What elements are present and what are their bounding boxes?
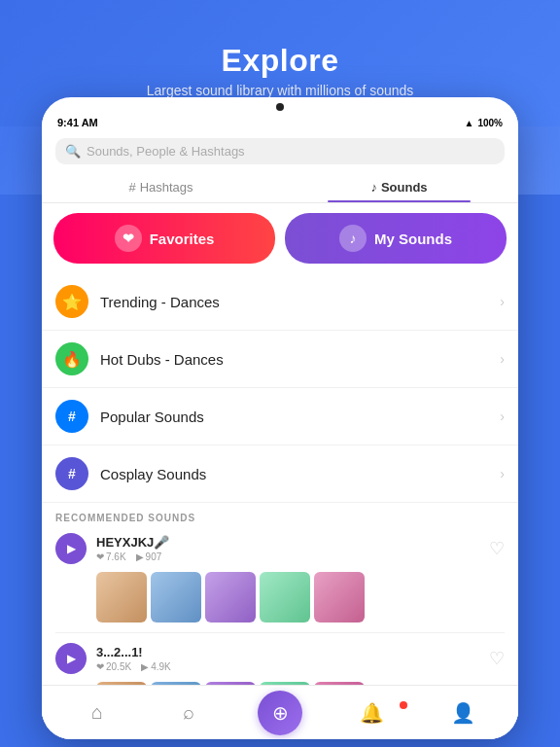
hot-dubs-label: Hot Dubs - Dances xyxy=(100,351,500,368)
tab-sounds[interactable]: ♪ Sounds xyxy=(280,170,518,202)
music-note-icon: ♪ xyxy=(370,180,377,195)
popular-sounds-label: Popular Sounds xyxy=(100,409,500,425)
cosplay-sounds-label: Cosplay Sounds xyxy=(100,466,500,482)
recommended-label: RECOMMENDED SOUNDS xyxy=(55,513,505,523)
chevron-right-icon: › xyxy=(500,409,505,424)
bottom-nav: ⌂ ⌕ ⊕ 🔔 👤 xyxy=(42,685,518,739)
search-nav-icon: ⌕ xyxy=(183,701,194,724)
search-bar-wrap: 🔍 Sounds, People & Hashtags xyxy=(42,132,518,170)
sound-card: ▶ HEYXJKJ🎤 ❤ 7.6K ▶ 907 ♡ xyxy=(55,533,505,633)
nav-profile[interactable]: 👤 xyxy=(417,695,508,730)
my-sounds-music-icon: ♪ xyxy=(339,225,367,252)
profile-icon: 👤 xyxy=(451,701,475,725)
sound-thumbnail xyxy=(260,572,310,622)
favorites-label: Favorites xyxy=(150,231,215,247)
status-bar: 9:41 AM ▲ 100% xyxy=(42,111,518,132)
list-item[interactable]: 🔥 Hot Dubs - Dances › xyxy=(42,331,518,388)
sound-info: HEYXJKJ🎤 ❤ 7.6K ▶ 907 xyxy=(96,535,489,562)
sound-thumbnail xyxy=(96,572,147,622)
cosplay-sounds-icon: # xyxy=(55,457,88,490)
sound-title: 3...2...1! xyxy=(96,645,489,659)
list-item[interactable]: ⭐ Trending - Dances › xyxy=(42,273,518,331)
search-placeholder: Sounds, People & Hashtags xyxy=(87,144,245,159)
record-button[interactable]: ⊕ xyxy=(258,691,302,735)
sound-plays: ▶ 907 xyxy=(136,551,162,562)
like-button[interactable]: ♡ xyxy=(489,538,505,559)
like-button[interactable]: ♡ xyxy=(489,648,505,669)
tab-sounds-label: Sounds xyxy=(381,180,428,195)
chevron-right-icon: › xyxy=(500,466,505,481)
sound-title: HEYXJKJ🎤 xyxy=(96,535,489,550)
my-sounds-button[interactable]: ♪ My Sounds xyxy=(285,213,507,264)
my-sounds-label: My Sounds xyxy=(374,231,452,247)
tabs-row: # Hashtags ♪ Sounds xyxy=(42,170,518,203)
trending-dances-label: Trending - Dances xyxy=(100,294,500,310)
tab-hashtags-label: Hashtags xyxy=(140,180,193,195)
page-title: Explore xyxy=(222,43,339,79)
nav-notifications[interactable]: 🔔 xyxy=(326,695,417,730)
bell-icon: 🔔 xyxy=(360,701,384,725)
search-icon: 🔍 xyxy=(65,144,81,159)
popular-sounds-icon: # xyxy=(55,400,88,433)
list-item[interactable]: # Popular Sounds › xyxy=(42,388,518,445)
camera-dot xyxy=(276,103,284,111)
favorites-heart-icon: ❤ xyxy=(115,225,142,252)
tab-hashtags[interactable]: # Hashtags xyxy=(42,170,280,202)
list-item[interactable]: # Cosplay Sounds › xyxy=(42,445,518,503)
play-button[interactable]: ▶ xyxy=(55,533,87,564)
search-bar[interactable]: 🔍 Sounds, People & Hashtags xyxy=(55,138,505,164)
sound-plays: ▶ 4.9K xyxy=(141,661,171,672)
nav-home[interactable]: ⌂ xyxy=(52,695,143,729)
hot-dubs-icon: 🔥 xyxy=(55,342,88,375)
status-time: 9:41 AM xyxy=(57,117,98,128)
sound-thumbnail xyxy=(205,572,256,622)
trending-dances-icon: ⭐ xyxy=(55,285,88,318)
page-subtitle: Largest sound library with millions of s… xyxy=(147,83,414,98)
notification-badge xyxy=(400,701,407,709)
battery-icon: 100% xyxy=(477,118,503,128)
nav-record[interactable]: ⊕ xyxy=(234,691,326,735)
sound-likes: ❤ 7.6K xyxy=(96,551,126,562)
record-icon: ⊕ xyxy=(272,701,289,725)
wifi-icon: ▲ xyxy=(465,118,474,128)
sound-info: 3...2...1! ❤ 20.5K ▶ 4.9K xyxy=(96,645,489,672)
sound-thumbnail xyxy=(314,572,365,622)
list-section: ⭐ Trending - Dances › 🔥 Hot Dubs - Dance… xyxy=(42,273,518,503)
chevron-right-icon: › xyxy=(500,351,505,367)
nav-search[interactable]: ⌕ xyxy=(143,695,234,729)
device-frame: 9:41 AM ▲ 100% 🔍 Sounds, People & Hashta… xyxy=(42,97,518,739)
buttons-row: ❤ Favorites ♪ My Sounds xyxy=(42,203,518,273)
chevron-right-icon: › xyxy=(500,294,505,309)
status-icons: ▲ 100% xyxy=(465,118,503,128)
home-icon: ⌂ xyxy=(91,701,103,724)
sound-likes: ❤ 20.5K xyxy=(96,661,131,672)
hashtag-icon: # xyxy=(128,180,135,195)
play-button[interactable]: ▶ xyxy=(55,643,87,674)
favorites-button[interactable]: ❤ Favorites xyxy=(53,213,275,264)
sound-thumbnail xyxy=(151,572,201,622)
